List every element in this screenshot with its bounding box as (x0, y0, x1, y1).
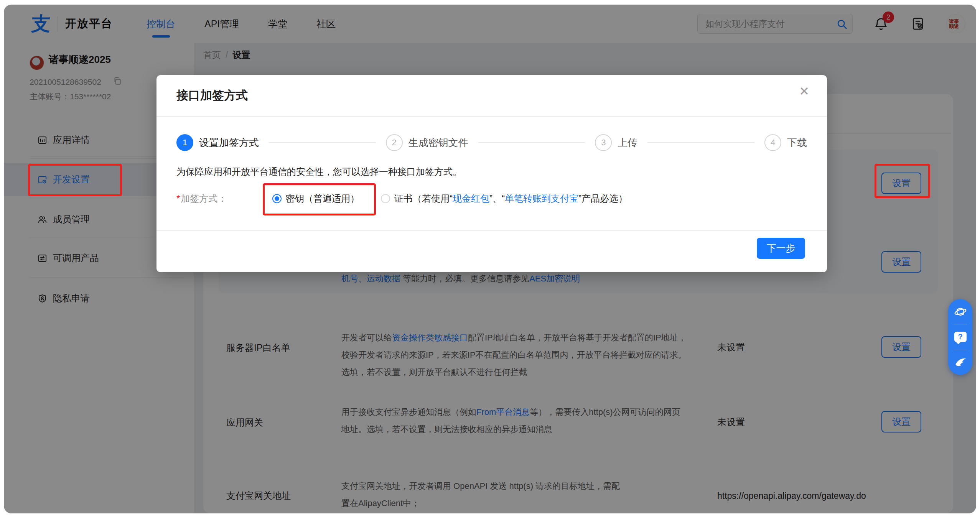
step-2-label: 生成密钥文件 (408, 136, 468, 150)
next-step-button[interactable]: 下一步 (757, 238, 805, 259)
step-3-label: 上传 (618, 136, 637, 150)
radio-key-control[interactable] (272, 194, 282, 203)
step-connector (269, 142, 376, 143)
step-3-circle: 3 (595, 134, 612, 151)
step-connector (478, 142, 585, 143)
help-button[interactable]: ? (954, 331, 967, 343)
signing-method-field: *加签方式： 密钥（普遍适用） 证书（若使用“现金红包”、“单笔转账到支付宝”产… (176, 190, 628, 207)
required-mark: * (176, 193, 180, 204)
help-icon: ? (954, 332, 967, 342)
floating-helper-widget: ? (948, 299, 972, 375)
signing-method-modal: 接口加签方式 ✕ 1 设置加签方式 2 生成密钥文件 3 上传 (156, 75, 827, 272)
community-planet-button[interactable] (954, 306, 967, 317)
widget-divider (954, 324, 967, 324)
step-4-label: 下载 (787, 136, 807, 150)
step-1-circle: 1 (176, 134, 193, 151)
cert-label-text: ”产品必选） (578, 193, 628, 204)
field-label: *加签方式： (176, 192, 261, 205)
radio-certificate-label: 证书（若使用“现金红包”、“单笔转账到支付宝”产品必选） (394, 192, 628, 205)
page: 支 开放平台 控制台 API管理 学堂 社区 (0, 0, 980, 518)
step-2: 2 生成密钥文件 (386, 134, 468, 151)
steps-indicator: 1 设置加签方式 2 生成密钥文件 3 上传 4 下载 (176, 134, 807, 151)
step-3: 3 上传 (595, 134, 637, 151)
wing-icon (954, 356, 967, 369)
help-glyph: ? (958, 332, 962, 341)
widget-divider (954, 350, 967, 350)
step-2-circle: 2 (386, 134, 403, 151)
dingtalk-button[interactable] (954, 357, 967, 368)
modal-footer-divider (156, 230, 827, 231)
cert-label-text: ”、“ (489, 193, 505, 204)
red-packet-link[interactable]: 现金红包 (453, 193, 489, 204)
step-4: 4 下载 (764, 134, 807, 151)
modal-header-divider (156, 116, 827, 117)
step-4-circle: 4 (764, 134, 781, 151)
app-window: 支 开放平台 控制台 API管理 学堂 社区 (4, 5, 976, 513)
cert-label-text: 证书（若使用“ (394, 193, 453, 204)
field-label-text: 加签方式： (181, 193, 227, 204)
step-1-label: 设置加签方式 (199, 136, 259, 150)
planet-icon (954, 305, 967, 318)
radio-certificate-control[interactable] (381, 194, 390, 203)
radio-key-label: 密钥（普遍适用） (286, 192, 359, 205)
modal-title: 接口加签方式 (176, 87, 248, 104)
step-connector (647, 142, 754, 143)
radio-certificate[interactable]: 证书（若使用“现金红包”、“单笔转账到支付宝”产品必选） (381, 192, 628, 205)
radio-key[interactable]: 密钥（普遍适用） (272, 192, 359, 205)
modal-intro: 为保障应用和开放平台通信的安全性，您可以选择一种接口加签方式。 (176, 166, 462, 178)
close-icon[interactable]: ✕ (799, 85, 809, 97)
transfer-to-alipay-link[interactable]: 单笔转账到支付宝 (505, 193, 578, 204)
step-1: 1 设置加签方式 (176, 134, 259, 151)
